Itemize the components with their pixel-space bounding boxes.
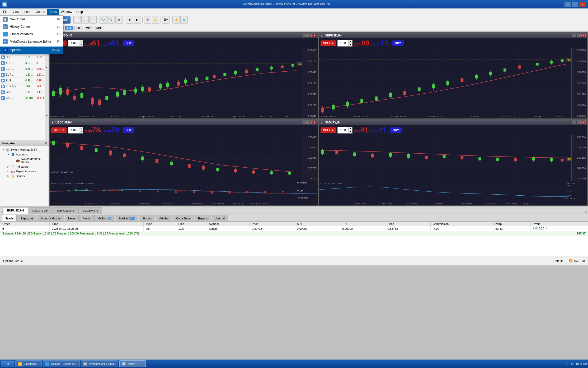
usdchf-canvas[interactable]: 14 Mar 2023 17 Mar 08:00 #29345739 sell … — [50, 135, 318, 201]
dd-new-order[interactable]: 📋 New Order F9 — [0, 16, 63, 23]
eurusd-qty-up[interactable]: ▲ — [79, 40, 83, 43]
period-left-btn[interactable]: ◀ — [126, 16, 133, 24]
indicator-btn[interactable]: 📐 — [152, 16, 159, 24]
menu-charts[interactable]: Charts — [34, 9, 47, 15]
usdchf-maximize-btn[interactable]: □ — [307, 121, 312, 124]
term-tab-alerts[interactable]: Alerts — [79, 215, 93, 221]
chart-tab-gbpusd[interactable]: GBPUSD,H4 — [53, 207, 78, 214]
taskbar-btn-switch[interactable]: 📈 Switch... — [119, 360, 146, 367]
dd-global-variables[interactable]: 🌐 Global Variables F3 — [0, 30, 63, 38]
chart-tab-usdjpy[interactable]: USDJPY,H4 — [78, 207, 102, 214]
usdjpy-sell-box[interactable]: SELL ▾ — [321, 127, 336, 133]
usdchf-titlebar[interactable]: ▲ USDCHF,H4 _ □ ✕ — [50, 119, 318, 125]
nav-scripts[interactable]: ▷ 📜 Scripts — [6, 174, 48, 178]
gbpusd-buy-box[interactable]: BUY — [392, 40, 404, 46]
nav-experts[interactable]: ▷ 🤖 Expert Advisors — [6, 169, 48, 174]
term-tab-mailbox[interactable]: Mailbox6 — [94, 215, 115, 221]
term-tab-code-base[interactable]: Code Base — [173, 215, 194, 221]
usdjpy-buy-box[interactable]: BUY — [390, 127, 402, 133]
gbpusd-canvas[interactable]: 1.25098 14 Mar 2023 17 Mar 08:00 22 Mar … — [319, 48, 587, 118]
term-tab-articles[interactable]: Articles — [156, 215, 172, 221]
usdchf-qty-down[interactable]: ▼ — [79, 130, 83, 133]
tf-h4[interactable]: H4 — [65, 26, 73, 30]
usdjpy-qty-up[interactable]: ▲ — [349, 127, 352, 130]
chart-type-btn-3[interactable]: 📉 — [89, 16, 97, 24]
eurusd-maximize-btn[interactable]: □ — [307, 34, 312, 37]
symbol-row[interactable]: USD...1.33...1.33... — [0, 54, 45, 60]
usdjpy-minimize-btn[interactable]: _ — [572, 121, 576, 124]
term-tab-exposure[interactable]: Exposure — [17, 215, 36, 221]
market-btn[interactable]: 🏪 — [180, 16, 188, 24]
minimize-button[interactable]: ─ — [564, 2, 571, 7]
menu-insert[interactable]: Insert — [21, 9, 34, 15]
period-right-btn[interactable]: ▶ — [134, 16, 141, 24]
eurusd-qty-down[interactable]: ▼ — [79, 43, 83, 46]
dd-options[interactable]: ⚙ Options Ctrl+O — [0, 47, 63, 54]
usdjpy-close-btn[interactable]: ✕ — [581, 121, 586, 124]
close-button[interactable]: ✕ — [579, 2, 586, 7]
usdchf-buy-box[interactable]: BUY — [123, 127, 134, 133]
usdjpy-canvas[interactable]: 132.412 CCI(14): -76.5105 246.037 100 0.… — [319, 135, 587, 201]
eurusd-canvas[interactable]: 1.10613 30 Mar 2023 31 Mar 16:00 4 Apr 0… — [50, 48, 318, 118]
usdchf-minimize-btn[interactable]: _ — [303, 121, 307, 124]
usdchf-close-btn[interactable]: ✕ — [312, 121, 316, 124]
menu-file[interactable]: File — [1, 9, 10, 15]
usdjpy-maximize-btn[interactable]: □ — [577, 121, 581, 124]
nav-demo-account[interactable]: 💼 SwitchMarkets-Demo — [12, 157, 48, 164]
nav-broker[interactable]: ▼ 🏢 Switch Markets MT4 — [1, 147, 48, 152]
table-row[interactable]: ■ 2023.04.12 18:28:28 sell 1.00 usdchf 0… — [0, 226, 588, 231]
usdchf-sell-box[interactable]: SELL ▾ — [51, 127, 67, 133]
eurusd-close-btn[interactable]: ✕ — [312, 34, 316, 37]
gbpusd-qty-down[interactable]: ▼ — [349, 43, 352, 46]
navigator-close-icon[interactable]: ✕ — [44, 141, 47, 145]
nav-indicators[interactable]: ▷ 📉 Indicators — [6, 164, 48, 169]
term-tab-signals[interactable]: Signals — [139, 215, 155, 221]
term-tab-news[interactable]: News — [65, 215, 79, 221]
alert-btn[interactable]: 🔔 — [172, 16, 180, 24]
taskbar-btn-programs[interactable]: 🪟 Programs and Featur... — [81, 360, 118, 367]
eurusd-buy-box[interactable]: BUY — [123, 40, 134, 46]
eurusd-qty-input[interactable] — [68, 42, 79, 45]
template-btn[interactable]: 🖺▾ — [162, 16, 170, 24]
navigator-header[interactable]: Navigator ✕ — [0, 140, 49, 146]
symbol-row[interactable]: AUD...0.67...0.67... — [0, 60, 45, 66]
tf-mn[interactable]: MN — [94, 26, 103, 30]
chart-tab-eurusd[interactable]: EURUSD,H4 — [3, 207, 28, 214]
usdchf-qty-up[interactable]: ▲ — [79, 127, 83, 130]
symbol-row[interactable]: EURJPY146....146.... — [0, 84, 45, 89]
zoom-in-btn[interactable]: 🔍+ — [100, 16, 107, 24]
nav-accounts[interactable]: ▼ 👤 Accounts — [6, 152, 48, 157]
symbol-row[interactable]: EUR...0.98...0.98... — [0, 78, 45, 84]
usdjpy-titlebar[interactable]: ▲ USDJPY,H4 _ □ ✕ — [319, 119, 587, 125]
term-tab-journal[interactable]: Journal — [212, 215, 228, 221]
taskbar-btn-downloads[interactable]: 📁 Downloads — [15, 360, 42, 367]
gbpusd-minimize-btn[interactable]: _ — [572, 34, 576, 37]
symbol-row[interactable]: CAD...99.41899.424 — [0, 95, 45, 101]
symbol-row[interactable]: EUR...0.88...0.88... — [0, 66, 45, 72]
taskbar-btn-youtube[interactable]: 🌐 youtube - Google Se... — [43, 360, 80, 367]
menu-help[interactable]: Help — [74, 9, 85, 15]
gbpusd-titlebar[interactable]: ▲ GBPUSD,H4 _ □ ✕ — [319, 33, 587, 38]
menu-view[interactable]: View — [10, 9, 21, 15]
usdchf-qty-input[interactable] — [68, 128, 79, 132]
gbpusd-maximize-btn[interactable]: □ — [577, 34, 581, 37]
zoom-out-btn[interactable]: 🔍- — [107, 16, 115, 24]
chart-type-btn-2[interactable]: 📊 — [81, 16, 89, 24]
usdjpy-qty-down[interactable]: ▼ — [349, 130, 352, 133]
crosshair-btn[interactable]: ✛ — [144, 16, 151, 24]
dd-mql-editor[interactable]: ✏ MetaQuotes Language Editor F4 — [0, 38, 63, 45]
tf-w1[interactable]: W1 — [84, 26, 93, 30]
eurusd-minimize-btn[interactable]: _ — [303, 34, 307, 37]
term-tab-experts[interactable]: Experts — [195, 215, 211, 221]
menu-window[interactable]: Window — [59, 9, 74, 15]
usdjpy-qty-input[interactable] — [338, 128, 348, 132]
tf-d1[interactable]: D1 — [74, 26, 83, 30]
gbpusd-qty-up[interactable]: ▲ — [349, 40, 352, 43]
gbpusd-close-btn[interactable]: ✕ — [581, 34, 586, 37]
symbol-row[interactable]: GBP...1.11...1.11... — [0, 89, 45, 95]
gbpusd-qty-input[interactable] — [338, 42, 348, 45]
start-button[interactable]: ⊞ — [1, 360, 14, 367]
dd-history-center[interactable]: 📚 History Center F2 — [0, 23, 63, 30]
menu-tools[interactable]: Tools — [47, 9, 59, 15]
term-tab-market[interactable]: Market121 — [116, 215, 138, 221]
